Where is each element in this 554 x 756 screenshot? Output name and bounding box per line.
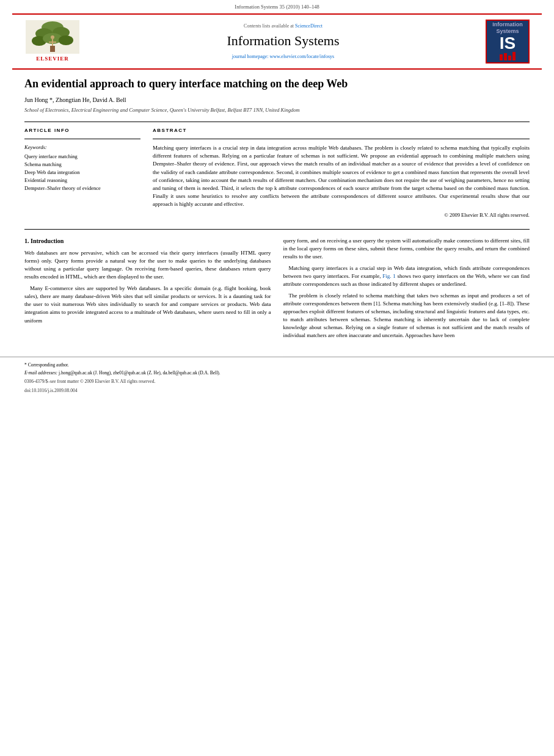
copyright: © 2009 Elsevier B.V. All rights reserved… — [153, 212, 530, 219]
svg-rect-12 — [504, 53, 507, 60]
keywords-label: Keywords: — [24, 144, 140, 151]
journal-metadata: Information Systems 35 (2010) 140–148 — [0, 0, 554, 13]
is-logo-area: InformationSystems IS — [483, 20, 532, 64]
intro-para-2: Many E-commerce sites are supported by W… — [24, 285, 271, 324]
doi-line: doi:10.1016/j.is.2009.08.004 — [24, 388, 530, 394]
abstract-divider — [153, 139, 530, 139]
intro-para-1: Web databases are now pervasive, which c… — [24, 249, 271, 281]
is-logo: InformationSystems IS — [486, 20, 530, 64]
keywords-list: Query interface matching Schema matching… — [24, 153, 140, 192]
abstract-label: ABSTRACT — [153, 127, 530, 134]
abstract-col: ABSTRACT Matching query interfaces is a … — [153, 127, 530, 219]
is-logo-letters: IS — [500, 35, 516, 52]
journal-header: ELSEVIER Contents lists available at Sci… — [12, 13, 542, 70]
article-info-divider — [24, 139, 140, 139]
elsevier-tree-icon — [26, 20, 79, 54]
section-number: 1. — [24, 238, 31, 244]
keyword-1: Query interface matching — [24, 153, 140, 161]
keyword-3: Deep Web data integration — [24, 169, 140, 176]
svg-point-6 — [59, 35, 73, 45]
elsevier-logo: ELSEVIER — [22, 20, 83, 63]
body-divider — [24, 229, 530, 230]
intro-para-4: Matching query interfaces is a crucial s… — [283, 264, 530, 288]
footnote-email: E-mail addresses: j.hong@qub.ac.uk (J. H… — [24, 370, 530, 377]
journal-info: Information Systems 35 (2010) 140–148 — [235, 4, 319, 10]
keyword-4: Evidential reasoning — [24, 177, 140, 184]
intro-para-5: The problem is closely related to schema… — [283, 292, 530, 340]
svg-point-8 — [51, 35, 54, 39]
is-logo-label: InformationSystems — [492, 21, 523, 35]
svg-rect-14 — [512, 52, 516, 60]
journal-title-area: Contents lists available at ScienceDirec… — [90, 23, 476, 60]
homepage-url[interactable]: www.elsevier.com/locate/infosys — [270, 54, 335, 59]
article-affiliation: School of Electronics, Electrical Engine… — [24, 107, 530, 114]
sciencedirect-line: Contents lists available at ScienceDirec… — [90, 23, 476, 29]
svg-rect-7 — [50, 46, 55, 52]
body-col-left: 1. Introduction Web databases are now pe… — [24, 237, 271, 344]
footer: * Corresponding author. E-mail addresses… — [0, 357, 554, 399]
is-logo-icon — [498, 52, 517, 62]
fig1-link[interactable]: Fig. 1 — [382, 273, 395, 279]
abstract-text: Matching query interfaces is a crucial s… — [153, 144, 530, 208]
article-title: An evidential approach to query interfac… — [24, 77, 530, 91]
page: Information Systems 35 (2010) 140–148 — [0, 0, 554, 756]
body-col-right: query form, and on receiving a user quer… — [283, 237, 530, 344]
section-title: Introduction — [31, 238, 64, 244]
article-meta-section: ARTICLE INFO Keywords: Query interface m… — [24, 127, 530, 219]
journal-homepage: journal homepage: www.elsevier.com/locat… — [90, 53, 476, 60]
article-info-label: ARTICLE INFO — [24, 127, 140, 134]
footnote-corresponding: * Corresponding author. — [24, 362, 530, 369]
elsevier-logo-area: ELSEVIER — [22, 20, 83, 63]
intro-heading: 1. Introduction — [24, 237, 271, 246]
title-divider — [24, 122, 530, 122]
issn-line: 0306-4379/$–see front matter © 2009 Else… — [24, 379, 530, 385]
intro-para-3: query form, and on receiving a user quer… — [283, 237, 530, 261]
article-content: An evidential approach to query interfac… — [0, 70, 554, 351]
article-authors: Jun Hong *, Zhongtian He, David A. Bell — [24, 96, 530, 104]
keyword-5: Dempster–Shafer theory of evidence — [24, 185, 140, 192]
journal-title: Information Systems — [90, 32, 476, 51]
keyword-2: Schema matching — [24, 161, 140, 169]
elsevier-wordmark: ELSEVIER — [36, 55, 69, 63]
body-two-col: 1. Introduction Web databases are now pe… — [24, 237, 530, 344]
sciencedirect-link[interactable]: ScienceDirect — [295, 23, 323, 29]
article-info-col: ARTICLE INFO Keywords: Query interface m… — [24, 127, 140, 219]
svg-rect-13 — [508, 56, 511, 60]
svg-rect-11 — [500, 54, 503, 60]
